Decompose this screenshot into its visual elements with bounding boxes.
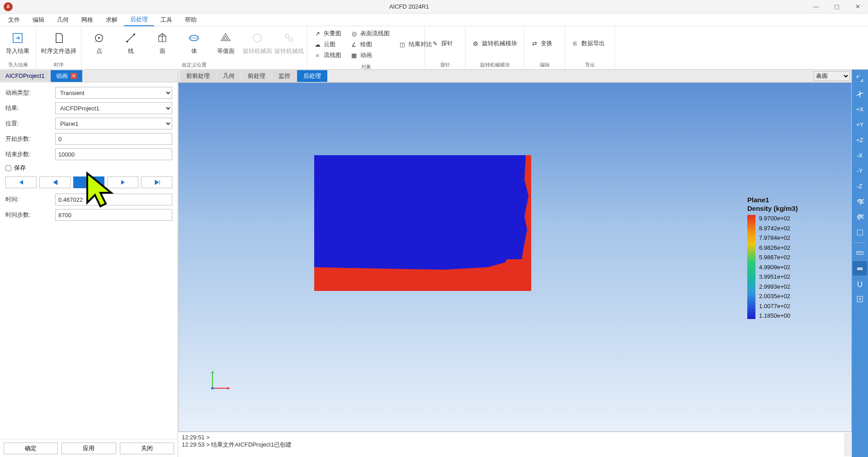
iso-icon <box>218 31 233 45</box>
tab-animation[interactable]: 动画 ✕ <box>51 70 82 82</box>
console: 12:29:51 > 12:29:53 > 结果文件AICFDProject1已… <box>178 432 852 457</box>
export-icon: ⎘ <box>571 40 579 47</box>
menu-geometry[interactable]: 几何 <box>51 14 75 26</box>
window-title: AICFD 2024R1 <box>13 3 806 10</box>
svg-text:90: 90 <box>858 213 864 220</box>
snap-icon[interactable] <box>853 276 867 291</box>
svg-rect-25 <box>857 230 863 235</box>
menu-edit[interactable]: 编辑 <box>26 14 51 26</box>
ribbon-transform[interactable]: ⇄变换 <box>526 38 557 49</box>
menu-solve[interactable]: 求解 <box>99 14 124 26</box>
svg-text:-Y: -Y <box>857 167 863 174</box>
expand-icon[interactable] <box>853 71 867 86</box>
vtab-geom[interactable]: 几何 <box>217 70 241 82</box>
ribbon-line[interactable]: 线 <box>115 28 146 58</box>
close-icon[interactable]: ✕ <box>71 73 77 79</box>
close-button[interactable]: 关闭 <box>120 443 174 454</box>
plusx-icon[interactable]: +X <box>853 102 867 117</box>
vtab-post[interactable]: 后处理 <box>297 70 327 82</box>
menu-tools[interactable]: 工具 <box>154 14 179 26</box>
apply-button[interactable]: 应用 <box>61 443 116 454</box>
time-input[interactable] <box>55 194 172 205</box>
ribbon-export[interactable]: ⎘数据导出 <box>567 38 609 49</box>
result-select[interactable]: AICFDProject1 <box>55 102 172 114</box>
minusx-icon[interactable]: -X <box>853 148 867 163</box>
menu-file[interactable]: 文件 <box>2 14 26 26</box>
ribbon-surfstream[interactable]: ◎表面流线图 <box>346 28 394 39</box>
rotface-icon <box>250 31 264 45</box>
left-tabs: AICFDProject1 动画 ✕ <box>0 70 178 82</box>
ribbon-plot[interactable]: ∠绘图 <box>346 39 394 50</box>
svg-point-32 <box>859 298 861 300</box>
ribbon: 导入结果 导入结果 时序文件选择 时序 点 线 面 体 等值面 旋转机械面 旋转… <box>0 26 868 70</box>
ok-button[interactable]: 确定 <box>4 443 58 454</box>
end-step-input[interactable] <box>55 148 172 160</box>
ribbon-cloud[interactable]: ☁云图 <box>309 39 346 50</box>
ribbon-rotface: 旋转机械面 <box>241 28 273 58</box>
position-select[interactable]: Plane1 <box>55 118 172 129</box>
cloud-icon: ☁ <box>314 41 321 48</box>
ribbon-rotmod[interactable]: ⚙旋转机械模块 <box>467 38 522 49</box>
viewport-canvas[interactable]: Plane1 Density (kg/m3) 9.9700e+02 8.9742… <box>178 82 852 432</box>
svg-text:-X: -X <box>857 152 863 159</box>
probe-icon: ✎ <box>431 40 439 47</box>
point-icon <box>92 31 106 45</box>
plusz-icon[interactable]: +Z <box>853 133 867 148</box>
anim-type-select[interactable]: Transient <box>55 87 172 99</box>
maximize-button[interactable]: ▢ <box>826 0 847 14</box>
minimize-button[interactable]: — <box>806 0 826 14</box>
app-logo-icon: A <box>4 2 13 11</box>
menu-post[interactable]: 后处理 <box>124 14 154 26</box>
tab-project[interactable]: AICFDProject1 <box>0 71 50 81</box>
viewport-area: 前前处理 几何 前处理 监控 后处理 表面 Plane1 Density (kg… <box>178 70 852 457</box>
svg-line-5 <box>127 34 134 42</box>
plusy-icon[interactable]: +Y <box>853 118 867 132</box>
vtab-prepre[interactable]: 前前处理 <box>180 70 216 82</box>
minusz-icon[interactable]: -Z <box>853 179 867 194</box>
ribbon-vector[interactable]: ↗矢量图 <box>309 28 346 39</box>
ribbon-point[interactable]: 点 <box>83 28 115 58</box>
view-tabs: 前前处理 几何 前处理 监控 后处理 表面 <box>178 70 852 82</box>
svg-text:90: 90 <box>858 198 864 205</box>
display-mode-select[interactable]: 表面 <box>814 71 850 81</box>
legend-ticks: 9.9700e+02 8.9742e+02 7.9784e+02 6.9826e… <box>759 215 790 319</box>
menu-mesh[interactable]: 网格 <box>75 14 99 26</box>
timestep-input[interactable] <box>55 209 172 221</box>
minusy-icon[interactable]: -Y <box>853 164 867 178</box>
menu-help[interactable]: 帮助 <box>179 14 203 26</box>
body-icon <box>187 31 201 45</box>
prev-button[interactable] <box>39 176 71 188</box>
ribbon-face[interactable]: 面 <box>146 28 178 58</box>
select-icon[interactable] <box>853 261 867 276</box>
ribbon-time-select[interactable]: 时序文件选择 <box>38 28 79 58</box>
ruler-icon[interactable] <box>853 246 867 260</box>
gear-icon: ⚙ <box>472 40 479 47</box>
start-step-input[interactable] <box>55 133 172 145</box>
ribbon-body[interactable]: 体 <box>178 28 210 58</box>
svg-point-2 <box>98 37 100 39</box>
first-button[interactable] <box>5 176 37 188</box>
axis-icon[interactable] <box>853 87 867 101</box>
ribbon-import-result[interactable]: 导入结果 <box>2 28 33 58</box>
ribbon-anim[interactable]: ▦动画 <box>346 50 394 61</box>
save-checkbox[interactable] <box>5 165 11 171</box>
ribbon-rotline: 旋转机械线 <box>273 28 305 58</box>
rotcw-icon[interactable]: 90 <box>853 195 867 209</box>
vtab-pre[interactable]: 前处理 <box>241 70 272 82</box>
svg-text:+X: +X <box>856 106 864 113</box>
ribbon-iso[interactable]: 等值面 <box>210 28 241 58</box>
rotccw-icon[interactable]: 90 <box>853 210 867 224</box>
ribbon-streamline[interactable]: ≈流线图 <box>309 50 346 61</box>
titlebar: A AICFD 2024R1 — ▢ ✕ <box>0 0 868 14</box>
stop-button[interactable] <box>73 176 104 188</box>
grid-icon[interactable] <box>853 292 867 306</box>
last-button[interactable] <box>141 176 172 188</box>
svg-text:+Z: +Z <box>856 137 863 143</box>
svg-text:-Z: -Z <box>857 183 862 190</box>
fullscreen-icon[interactable] <box>853 225 867 240</box>
close-button[interactable]: ✕ <box>847 0 868 14</box>
vtab-monitor[interactable]: 监控 <box>272 70 297 82</box>
next-button[interactable] <box>107 176 138 188</box>
scrollbar[interactable] <box>844 433 851 456</box>
ribbon-probe[interactable]: ✎探针 <box>427 38 458 49</box>
